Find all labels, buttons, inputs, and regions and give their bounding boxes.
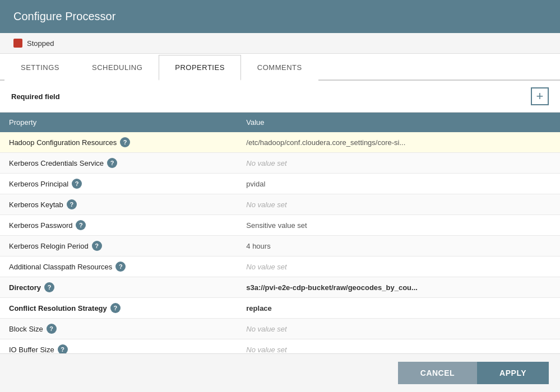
property-value-cell[interactable]: s3a://pvi-e2e-cdp-bucket/raw/geocodes_by…	[237, 277, 560, 298]
help-icon[interactable]: ?	[76, 220, 86, 230]
property-value-cell[interactable]: replace	[237, 298, 560, 319]
property-value-cell[interactable]: No value set	[237, 256, 560, 277]
property-value-cell[interactable]: /etc/hadoop/conf.cloudera.core_settings/…	[237, 132, 560, 153]
property-name-cell: Block Size?	[0, 319, 237, 339]
column-header-value: Value	[237, 113, 560, 132]
help-icon[interactable]: ?	[58, 344, 68, 353]
tab-comments[interactable]: COMMENTS	[241, 55, 318, 81]
property-name-cell: Kerberos Credentials Service?	[0, 153, 237, 174]
property-value-cell[interactable]: No value set	[237, 319, 560, 339]
help-icon[interactable]: ?	[110, 303, 121, 313]
table-row[interactable]: IO Buffer Size?No value set	[0, 339, 560, 354]
required-field-label: Required field	[11, 92, 60, 101]
property-name-cell: Directory?	[0, 277, 237, 298]
table-row[interactable]: Kerberos Principal?pvidal	[0, 174, 560, 194]
property-value-cell[interactable]: No value set	[237, 153, 560, 174]
tab-scheduling[interactable]: SCHEDULING	[76, 55, 159, 81]
help-icon[interactable]: ?	[44, 282, 54, 292]
apply-button[interactable]: APPLY	[477, 362, 549, 384]
help-icon[interactable]: ?	[72, 179, 82, 189]
table-row[interactable]: Kerberos Password?Sensitive value set	[0, 215, 560, 236]
property-value-cell[interactable]: pvidal	[237, 174, 560, 194]
tab-settings[interactable]: SETTINGS	[4, 55, 76, 81]
property-value-cell[interactable]: No value set	[237, 194, 560, 215]
table-row[interactable]: Kerberos Relogin Period?4 hours	[0, 236, 560, 256]
table-row[interactable]: Directory?s3a://pvi-e2e-cdp-bucket/raw/g…	[0, 277, 560, 298]
help-icon[interactable]: ?	[92, 241, 102, 251]
tab-bar: SETTINGS SCHEDULING PROPERTIES COMMENTS	[0, 54, 560, 81]
help-icon[interactable]: ?	[115, 262, 126, 272]
table-header-row: Property Value	[0, 113, 560, 132]
property-name-cell: Kerberos Keytab?	[0, 194, 237, 215]
dialog-footer: CANCEL APPLY	[0, 353, 560, 392]
property-name-cell: Kerberos Principal?	[0, 174, 237, 194]
table-row[interactable]: Hadoop Configuration Resources?/etc/hado…	[0, 132, 560, 153]
configure-processor-dialog: Configure Processor Stopped SETTINGS SCH…	[0, 0, 560, 392]
help-icon[interactable]: ?	[67, 199, 77, 209]
table-row[interactable]: Additional Classpath Resources?No value …	[0, 256, 560, 277]
status-text: Stopped	[27, 39, 54, 48]
status-bar: Stopped	[0, 33, 560, 54]
property-value-cell[interactable]: No value set	[237, 339, 560, 354]
property-name-cell: Kerberos Relogin Period?	[0, 236, 237, 256]
table-row[interactable]: Kerberos Keytab?No value set	[0, 194, 560, 215]
help-icon[interactable]: ?	[47, 324, 57, 334]
properties-table-container: Property Value Hadoop Configuration Reso…	[0, 113, 560, 353]
property-name-cell: Additional Classpath Resources?	[0, 256, 237, 277]
help-icon[interactable]: ?	[120, 137, 130, 147]
required-field-bar: Required field +	[0, 81, 560, 113]
table-row[interactable]: Block Size?No value set	[0, 319, 560, 339]
tab-properties[interactable]: PROPERTIES	[159, 55, 241, 81]
help-icon[interactable]: ?	[107, 158, 117, 168]
property-name-cell: Hadoop Configuration Resources?	[0, 132, 237, 153]
property-name-cell: Kerberos Password?	[0, 215, 237, 236]
property-name-cell: Conflict Resolution Strategy?	[0, 298, 237, 319]
property-value-cell[interactable]: 4 hours	[237, 236, 560, 256]
property-value-cell[interactable]: Sensitive value set	[237, 215, 560, 236]
table-row[interactable]: Kerberos Credentials Service?No value se…	[0, 153, 560, 174]
properties-table: Property Value Hadoop Configuration Reso…	[0, 113, 560, 353]
cancel-button[interactable]: CANCEL	[398, 362, 477, 384]
status-indicator	[13, 39, 22, 48]
dialog-header: Configure Processor	[0, 0, 560, 33]
property-name-cell: IO Buffer Size?	[0, 339, 237, 354]
table-row[interactable]: Conflict Resolution Strategy?replace	[0, 298, 560, 319]
column-header-property: Property	[0, 113, 237, 132]
dialog-title: Configure Processor	[13, 10, 115, 22]
add-property-button[interactable]: +	[531, 87, 549, 105]
